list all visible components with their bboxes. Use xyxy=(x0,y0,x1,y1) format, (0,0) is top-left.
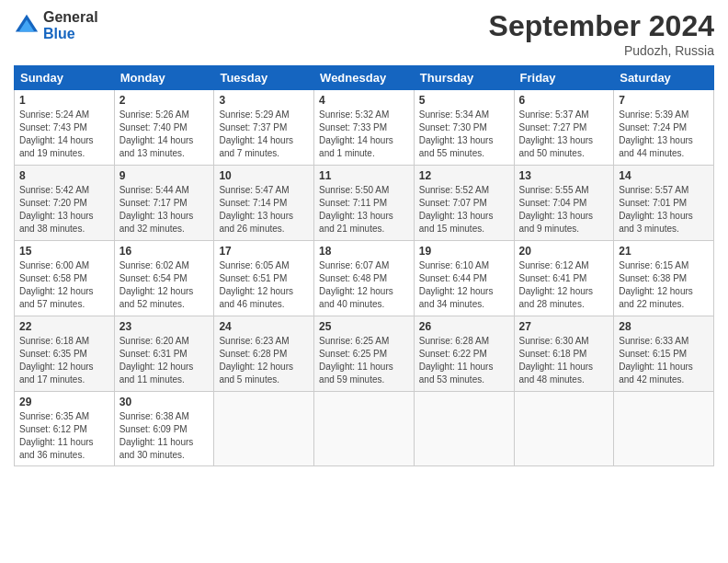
table-cell: 9Sunrise: 5:44 AMSunset: 7:17 PMDaylight… xyxy=(114,166,214,241)
table-cell xyxy=(614,392,714,466)
day-info: Sunrise: 6:10 AMSunset: 6:44 PMDaylight:… xyxy=(419,259,509,311)
col-saturday: Saturday xyxy=(614,66,714,90)
day-number: 12 xyxy=(419,169,509,182)
day-number: 6 xyxy=(519,94,609,107)
day-number: 7 xyxy=(619,94,709,107)
day-info: Sunrise: 5:24 AMSunset: 7:43 PMDaylight:… xyxy=(19,109,109,160)
table-cell: 8Sunrise: 5:42 AMSunset: 7:20 PMDaylight… xyxy=(15,166,115,241)
table-cell: 4Sunrise: 5:32 AMSunset: 7:33 PMDaylight… xyxy=(314,90,415,166)
col-monday: Monday xyxy=(114,66,214,90)
day-number: 29 xyxy=(19,396,109,408)
table-cell: 16Sunrise: 6:02 AMSunset: 6:54 PMDayligh… xyxy=(114,241,214,316)
header: General Blue September 2024 Pudozh, Russ… xyxy=(14,9,714,58)
table-cell xyxy=(214,392,314,466)
day-number: 28 xyxy=(619,320,709,333)
day-info: Sunrise: 6:38 AMSunset: 6:09 PMDaylight:… xyxy=(119,410,210,462)
month-title: September 2024 xyxy=(489,9,714,43)
day-number: 11 xyxy=(319,169,409,182)
day-number: 13 xyxy=(519,169,609,182)
day-info: Sunrise: 6:12 AMSunset: 6:41 PMDaylight:… xyxy=(519,259,609,311)
table-cell: 3Sunrise: 5:29 AMSunset: 7:37 PMDaylight… xyxy=(214,90,314,166)
day-info: Sunrise: 5:32 AMSunset: 7:33 PMDaylight:… xyxy=(319,109,409,160)
day-info: Sunrise: 6:28 AMSunset: 6:22 PMDaylight:… xyxy=(419,335,509,386)
day-info: Sunrise: 6:20 AMSunset: 6:31 PMDaylight:… xyxy=(119,335,210,386)
day-info: Sunrise: 5:47 AMSunset: 7:14 PMDaylight:… xyxy=(219,184,309,236)
table-cell: 6Sunrise: 5:37 AMSunset: 7:27 PMDaylight… xyxy=(514,90,614,166)
day-info: Sunrise: 6:30 AMSunset: 6:18 PMDaylight:… xyxy=(519,335,609,386)
calendar-table: Sunday Monday Tuesday Wednesday Thursday… xyxy=(14,65,714,466)
day-info: Sunrise: 5:50 AMSunset: 7:11 PMDaylight:… xyxy=(319,184,409,236)
logo-blue-text: Blue xyxy=(43,26,98,42)
day-number: 3 xyxy=(219,94,309,107)
day-info: Sunrise: 6:23 AMSunset: 6:28 PMDaylight:… xyxy=(219,335,309,386)
day-number: 5 xyxy=(419,94,509,107)
day-info: Sunrise: 6:18 AMSunset: 6:35 PMDaylight:… xyxy=(19,335,109,386)
day-info: Sunrise: 5:26 AMSunset: 7:40 PMDaylight:… xyxy=(119,109,210,160)
logo-general-text: General xyxy=(43,9,98,26)
table-cell xyxy=(514,392,614,466)
col-tuesday: Tuesday xyxy=(214,66,314,90)
day-info: Sunrise: 6:00 AMSunset: 6:58 PMDaylight:… xyxy=(19,259,109,311)
header-row: Sunday Monday Tuesday Wednesday Thursday… xyxy=(15,66,714,90)
table-cell: 11Sunrise: 5:50 AMSunset: 7:11 PMDayligh… xyxy=(314,166,415,241)
table-cell: 21Sunrise: 6:15 AMSunset: 6:38 PMDayligh… xyxy=(614,241,714,316)
table-cell: 1Sunrise: 5:24 AMSunset: 7:43 PMDaylight… xyxy=(15,90,115,166)
table-cell: 13Sunrise: 5:55 AMSunset: 7:04 PMDayligh… xyxy=(514,166,614,241)
table-cell: 23Sunrise: 6:20 AMSunset: 6:31 PMDayligh… xyxy=(114,316,214,392)
day-number: 30 xyxy=(119,396,210,408)
table-cell: 5Sunrise: 5:34 AMSunset: 7:30 PMDaylight… xyxy=(414,90,514,166)
day-number: 25 xyxy=(319,320,409,333)
day-info: Sunrise: 6:35 AMSunset: 6:12 PMDaylight:… xyxy=(19,410,109,462)
table-cell: 18Sunrise: 6:07 AMSunset: 6:48 PMDayligh… xyxy=(314,241,415,316)
table-cell: 24Sunrise: 6:23 AMSunset: 6:28 PMDayligh… xyxy=(214,316,314,392)
logo-text: General Blue xyxy=(43,9,98,41)
day-number: 17 xyxy=(219,245,309,258)
day-number: 14 xyxy=(619,169,709,182)
day-number: 1 xyxy=(19,94,109,107)
day-info: Sunrise: 5:52 AMSunset: 7:07 PMDaylight:… xyxy=(419,184,509,236)
table-cell: 10Sunrise: 5:47 AMSunset: 7:14 PMDayligh… xyxy=(214,166,314,241)
day-info: Sunrise: 6:05 AMSunset: 6:51 PMDaylight:… xyxy=(219,259,309,311)
page: General Blue September 2024 Pudozh, Russ… xyxy=(0,0,728,563)
table-cell: 27Sunrise: 6:30 AMSunset: 6:18 PMDayligh… xyxy=(514,316,614,392)
table-cell: 19Sunrise: 6:10 AMSunset: 6:44 PMDayligh… xyxy=(414,241,514,316)
table-cell: 7Sunrise: 5:39 AMSunset: 7:24 PMDaylight… xyxy=(614,90,714,166)
table-cell: 2Sunrise: 5:26 AMSunset: 7:40 PMDaylight… xyxy=(114,90,214,166)
location: Pudozh, Russia xyxy=(489,43,714,58)
day-number: 18 xyxy=(319,245,409,258)
col-friday: Friday xyxy=(514,66,614,90)
table-cell: 14Sunrise: 5:57 AMSunset: 7:01 PMDayligh… xyxy=(614,166,714,241)
logo-icon xyxy=(14,13,40,39)
table-cell: 12Sunrise: 5:52 AMSunset: 7:07 PMDayligh… xyxy=(414,166,514,241)
day-number: 9 xyxy=(119,169,210,182)
day-info: Sunrise: 5:44 AMSunset: 7:17 PMDaylight:… xyxy=(119,184,210,236)
day-number: 22 xyxy=(19,320,109,333)
day-number: 23 xyxy=(119,320,210,333)
table-cell: 26Sunrise: 6:28 AMSunset: 6:22 PMDayligh… xyxy=(414,316,514,392)
day-info: Sunrise: 5:57 AMSunset: 7:01 PMDaylight:… xyxy=(619,184,709,236)
day-number: 4 xyxy=(319,94,409,107)
day-info: Sunrise: 5:29 AMSunset: 7:37 PMDaylight:… xyxy=(219,109,309,160)
day-info: Sunrise: 6:02 AMSunset: 6:54 PMDaylight:… xyxy=(119,259,210,311)
day-info: Sunrise: 6:25 AMSunset: 6:25 PMDaylight:… xyxy=(319,335,409,386)
day-info: Sunrise: 5:55 AMSunset: 7:04 PMDaylight:… xyxy=(519,184,609,236)
day-number: 27 xyxy=(519,320,609,333)
day-number: 10 xyxy=(219,169,309,182)
table-cell: 30Sunrise: 6:38 AMSunset: 6:09 PMDayligh… xyxy=(114,392,214,466)
day-info: Sunrise: 5:39 AMSunset: 7:24 PMDaylight:… xyxy=(619,109,709,160)
day-number: 8 xyxy=(19,169,109,182)
table-cell: 25Sunrise: 6:25 AMSunset: 6:25 PMDayligh… xyxy=(314,316,415,392)
day-number: 2 xyxy=(119,94,210,107)
day-info: Sunrise: 6:15 AMSunset: 6:38 PMDaylight:… xyxy=(619,259,709,311)
day-number: 19 xyxy=(419,245,509,258)
col-thursday: Thursday xyxy=(414,66,514,90)
table-cell: 15Sunrise: 6:00 AMSunset: 6:58 PMDayligh… xyxy=(15,241,115,316)
day-number: 16 xyxy=(119,245,210,258)
day-info: Sunrise: 5:42 AMSunset: 7:20 PMDaylight:… xyxy=(19,184,109,236)
table-cell xyxy=(414,392,514,466)
day-number: 15 xyxy=(19,245,109,258)
day-number: 21 xyxy=(619,245,709,258)
day-number: 24 xyxy=(219,320,309,333)
table-cell: 22Sunrise: 6:18 AMSunset: 6:35 PMDayligh… xyxy=(15,316,115,392)
logo: General Blue xyxy=(14,9,98,41)
